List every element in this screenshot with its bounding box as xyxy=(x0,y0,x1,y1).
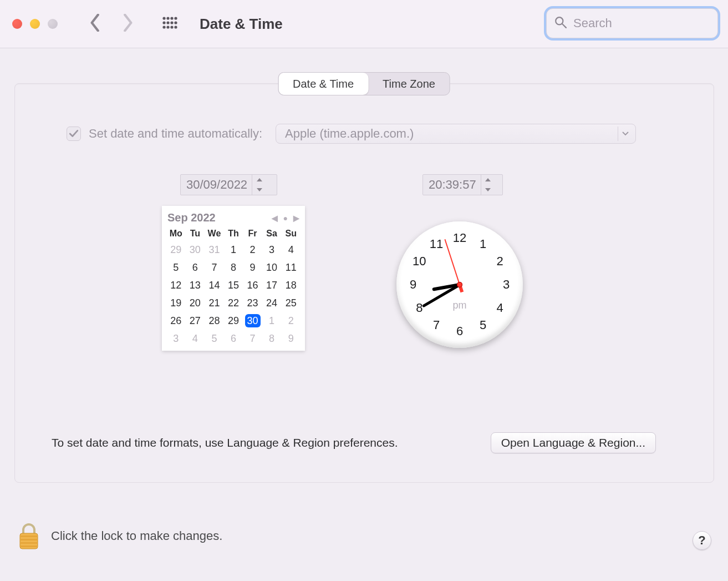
svg-rect-17 xyxy=(20,539,38,540)
calendar-weekday: We xyxy=(205,229,224,239)
svg-point-11 xyxy=(174,26,177,28)
calendar-day[interactable]: 1 xyxy=(226,243,241,256)
calendar-day[interactable]: 6 xyxy=(226,332,241,345)
forward-button[interactable] xyxy=(122,14,133,34)
fullscreen-window-button[interactable] xyxy=(48,19,58,29)
calendar-day[interactable]: 14 xyxy=(206,279,222,292)
calendar-day[interactable]: 8 xyxy=(264,332,279,345)
calendar-day[interactable]: 13 xyxy=(187,279,203,292)
svg-rect-19 xyxy=(20,545,38,547)
date-field-value: 30/09/2022 xyxy=(186,178,247,192)
auto-datetime-label: Set date and time automatically: xyxy=(89,127,262,141)
calendar-weekday: Mo xyxy=(166,229,186,239)
window-controls xyxy=(12,19,58,29)
calendar-today-icon[interactable]: ● xyxy=(283,214,288,223)
calendar-day[interactable]: 5 xyxy=(168,261,184,274)
calendar-day[interactable]: 5 xyxy=(206,332,222,345)
calendar-day[interactable]: 15 xyxy=(226,279,241,292)
calendar-day[interactable]: 22 xyxy=(226,296,241,310)
calendar-day[interactable]: 9 xyxy=(283,332,299,345)
calendar-day[interactable]: 1 xyxy=(264,314,279,327)
calendar-day[interactable]: 3 xyxy=(168,332,184,345)
calendar-day[interactable]: 26 xyxy=(168,314,184,327)
svg-rect-18 xyxy=(20,542,38,544)
tab-date-time[interactable]: Date & Time xyxy=(278,73,368,95)
auto-datetime-row: Set date and time automatically: Apple (… xyxy=(67,124,636,144)
time-step-down[interactable] xyxy=(481,185,495,195)
svg-point-5 xyxy=(166,21,169,24)
calendar-day[interactable]: 28 xyxy=(206,314,222,327)
svg-point-10 xyxy=(170,26,173,28)
calendar-day[interactable]: 7 xyxy=(206,261,222,274)
show-all-icon[interactable] xyxy=(162,16,177,32)
calendar-day[interactable]: 17 xyxy=(264,279,279,292)
search-input[interactable] xyxy=(572,16,710,31)
auto-datetime-checkbox[interactable] xyxy=(67,127,81,141)
calendar-day[interactable]: 31 xyxy=(206,243,222,256)
calendar-day[interactable]: 23 xyxy=(245,296,261,310)
calendar-day[interactable]: 27 xyxy=(187,314,203,327)
clock-ampm-label: pm xyxy=(452,300,466,311)
calendar-day[interactable]: 11 xyxy=(283,261,299,274)
time-step-up[interactable] xyxy=(481,175,495,185)
close-window-button[interactable] xyxy=(12,19,22,29)
calendar-day[interactable]: 10 xyxy=(264,261,279,274)
calendar-day[interactable]: 4 xyxy=(283,243,299,256)
calendar-weekday: Su xyxy=(281,229,301,239)
time-server-value: Apple (time.apple.com.) xyxy=(285,127,414,141)
date-step-up[interactable] xyxy=(252,175,266,185)
search-icon xyxy=(554,16,572,31)
lock-icon[interactable] xyxy=(18,522,40,550)
calendar-day[interactable]: 25 xyxy=(283,296,299,310)
clock-number: 7 xyxy=(433,318,440,332)
tab-bar: Date & Time Time Zone xyxy=(278,72,450,95)
svg-point-2 xyxy=(170,17,173,19)
calendar-day[interactable]: 30 xyxy=(187,243,203,256)
search-field[interactable] xyxy=(546,8,718,38)
lock-hint-text: Click the lock to make changes. xyxy=(51,529,222,543)
calendar-day[interactable]: 16 xyxy=(245,279,261,292)
minimize-window-button[interactable] xyxy=(30,19,40,29)
calendar-day[interactable]: 2 xyxy=(245,243,261,256)
calendar-next-month-icon[interactable]: ▶ xyxy=(293,214,299,223)
titlebar: Date & Time xyxy=(0,0,728,48)
calendar-day[interactable]: 4 xyxy=(187,332,203,345)
format-hint-row: To set date and time formats, use Langua… xyxy=(52,432,656,453)
calendar-day[interactable]: 6 xyxy=(187,261,203,274)
svg-point-4 xyxy=(162,21,165,24)
calendar-weekday: Th xyxy=(224,229,243,239)
clock-number: 3 xyxy=(503,277,510,292)
clock-number: 11 xyxy=(430,237,443,251)
date-stepper-arrows[interactable] xyxy=(252,175,266,195)
calendar-day[interactable]: 8 xyxy=(226,261,241,274)
time-server-combo[interactable]: Apple (time.apple.com.) xyxy=(276,124,636,144)
calendar-day[interactable]: 21 xyxy=(206,296,222,310)
time-stepper-arrows[interactable] xyxy=(481,175,495,195)
svg-point-6 xyxy=(170,21,173,24)
calendar-day[interactable]: 19 xyxy=(168,296,184,310)
calendar-day[interactable]: 9 xyxy=(245,261,261,274)
time-stepper[interactable]: 20:39:57 xyxy=(422,174,503,195)
calendar-day[interactable]: 3 xyxy=(264,243,279,256)
open-language-region-button[interactable]: Open Language & Region... xyxy=(491,432,656,453)
calendar[interactable]: Sep 2022 ◀ ● ▶ MoTuWeThFrSaSu29303112345… xyxy=(162,206,305,351)
calendar-day[interactable]: 18 xyxy=(283,279,299,292)
date-stepper[interactable]: 30/09/2022 xyxy=(180,174,277,195)
date-step-down[interactable] xyxy=(252,185,266,195)
calendar-day[interactable]: 30 xyxy=(245,314,261,327)
nav-arrows xyxy=(90,14,133,34)
help-button[interactable]: ? xyxy=(693,531,711,550)
calendar-day[interactable]: 29 xyxy=(168,243,184,256)
calendar-day[interactable]: 24 xyxy=(264,296,279,310)
back-button[interactable] xyxy=(90,14,101,34)
calendar-day[interactable]: 20 xyxy=(187,296,203,310)
calendar-day[interactable]: 2 xyxy=(283,314,299,327)
tab-time-zone[interactable]: Time Zone xyxy=(368,73,450,95)
clock-number: 12 xyxy=(453,231,466,245)
calendar-prev-month-icon[interactable]: ◀ xyxy=(272,214,278,223)
calendar-day[interactable]: 29 xyxy=(226,314,241,327)
calendar-day[interactable]: 7 xyxy=(245,332,261,345)
time-field-value: 20:39:57 xyxy=(429,178,476,192)
calendar-day[interactable]: 12 xyxy=(168,279,184,292)
format-hint-text: To set date and time formats, use Langua… xyxy=(52,436,398,449)
